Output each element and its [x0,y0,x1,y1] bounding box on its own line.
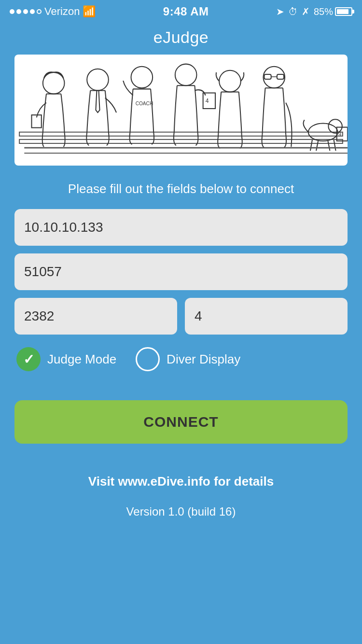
connect-button[interactable]: CONNECT [14,400,348,444]
connect-button-container: CONNECT [0,376,362,453]
signal-dot-4 [30,9,35,14]
diver-display-label: Diver Display [167,352,240,367]
svg-point-11 [263,67,285,88]
battery-fill [337,9,348,14]
svg-point-7 [175,64,197,86]
judge-mode-option[interactable]: ✓ Judge Mode [16,347,116,371]
app-title: eJudge [0,21,362,55]
signal-dot-1 [10,9,14,14]
visit-text: Visit www.eDive.info for details [19,473,343,490]
carrier-label: Verizon [44,5,80,18]
version-text: Version 1.0 (build 16) [19,490,343,528]
hero-image: COACH 4 [14,55,348,166]
checkmark-icon: ✓ [23,351,34,367]
signal-dot-5 [37,9,42,14]
signal-dot-2 [16,9,21,14]
status-time: 9:48 AM [163,5,209,18]
battery-icon [335,7,352,16]
alarm-icon: ⏱ [288,6,298,17]
svg-text:4: 4 [206,98,209,104]
svg-rect-8 [203,93,215,108]
svg-rect-0 [19,132,343,136]
diver-display-option[interactable]: Diver Display [136,347,240,371]
judge-mode-label: Judge Mode [47,352,116,367]
mode-radio-row: ✓ Judge Mode Diver Display [14,342,348,376]
diver-display-radio[interactable] [136,347,160,371]
session-id-input[interactable] [14,298,177,335]
subtitle-text: Please fill out the fields below to conn… [0,166,362,209]
bluetooth-icon: ✗ [302,6,310,17]
svg-point-4 [87,69,109,91]
port-input[interactable] [14,253,348,290]
footer: Visit www.eDive.info for details Version… [0,453,362,537]
signal-strength [10,9,42,14]
status-left: Verizon 📶 [10,5,96,18]
svg-line-20 [334,140,336,151]
form-container: ✓ Judge Mode Diver Display [0,209,362,376]
svg-rect-1 [19,140,343,143]
svg-text:COACH: COACH [136,101,153,106]
svg-point-5 [131,67,153,88]
judge-number-input[interactable] [185,298,348,335]
svg-line-19 [328,141,330,151]
judge-mode-radio[interactable]: ✓ [16,347,41,371]
status-bar: Verizon 📶 9:48 AM ➤ ⏱ ✗ 85% [0,0,362,21]
location-icon: ➤ [276,6,284,17]
svg-point-2 [43,72,65,94]
svg-line-18 [316,141,318,151]
svg-text:9: 9 [338,131,341,137]
svg-rect-12 [265,74,271,79]
session-judge-row [14,298,348,335]
battery-container: 85% [314,6,352,17]
svg-line-17 [310,140,312,151]
wifi-icon: 📶 [83,5,96,18]
signal-dot-3 [23,9,28,14]
status-right: ➤ ⏱ ✗ 85% [276,6,352,17]
battery-percent: 85% [314,6,333,17]
judges-illustration: COACH 4 [14,55,348,166]
svg-rect-13 [277,74,284,79]
svg-point-10 [219,70,241,92]
ip-address-input[interactable] [14,209,348,246]
